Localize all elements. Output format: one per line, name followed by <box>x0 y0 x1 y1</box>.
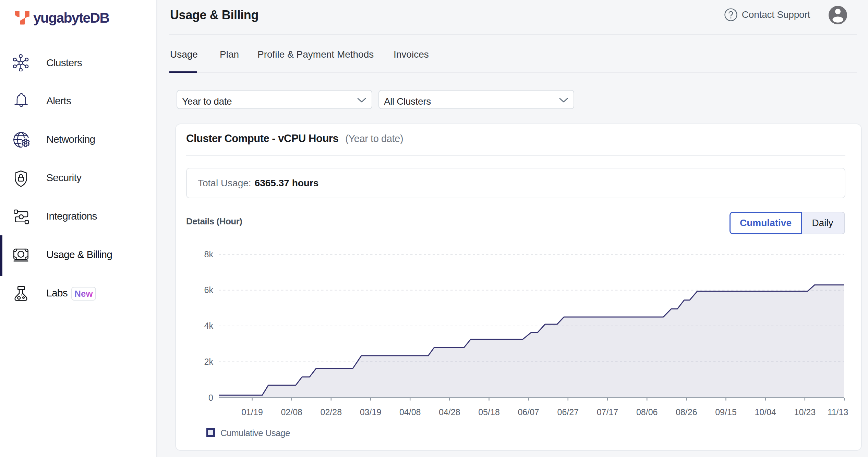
svg-text:06/27: 06/27 <box>557 407 579 417</box>
svg-text:09/15: 09/15 <box>715 407 737 417</box>
svg-text:0: 0 <box>208 393 213 402</box>
svg-text:08/26: 08/26 <box>676 407 697 417</box>
svg-text:10/04: 10/04 <box>755 407 776 417</box>
svg-text:11/13: 11/13 <box>828 407 848 417</box>
svg-text:02/08: 02/08 <box>281 407 302 417</box>
svg-text:04/28: 04/28 <box>439 407 460 417</box>
svg-text:05/18: 05/18 <box>478 407 500 417</box>
svg-text:03/19: 03/19 <box>360 407 382 417</box>
svg-text:02/28: 02/28 <box>321 407 342 417</box>
svg-text:4k: 4k <box>204 321 214 330</box>
svg-text:2k: 2k <box>204 357 214 366</box>
svg-text:10/23: 10/23 <box>794 407 816 417</box>
svg-text:06/07: 06/07 <box>518 407 539 417</box>
svg-text:6k: 6k <box>204 285 214 295</box>
svg-text:8k: 8k <box>204 249 214 259</box>
svg-text:04/08: 04/08 <box>399 407 421 417</box>
svg-text:01/19: 01/19 <box>241 407 263 417</box>
svg-text:08/06: 08/06 <box>636 407 658 417</box>
svg-text:07/17: 07/17 <box>597 407 618 417</box>
